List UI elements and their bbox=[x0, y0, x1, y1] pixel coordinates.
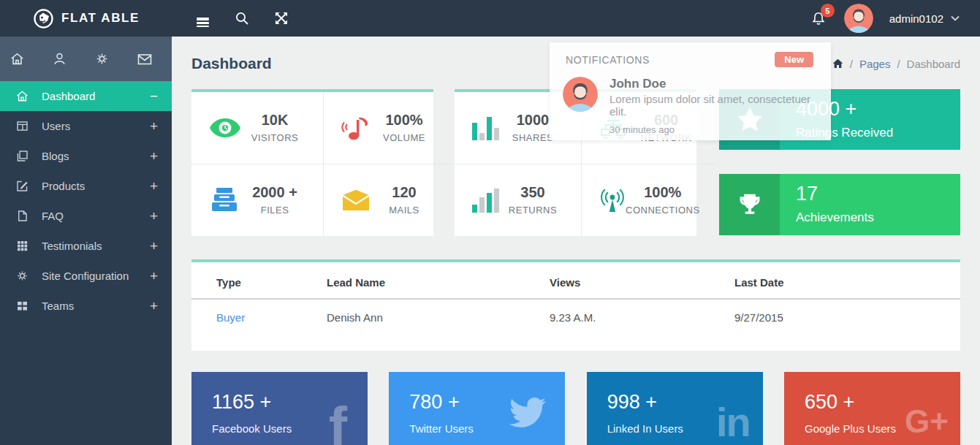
linkedin-users-card[interactable]: 998 + Linked In Users in bbox=[587, 372, 763, 445]
home-icon bbox=[10, 51, 25, 66]
edit-pencil-icon bbox=[15, 179, 29, 193]
home-shortcut-button[interactable] bbox=[10, 51, 25, 66]
eye-icon bbox=[209, 117, 241, 139]
sidebar-item-label: Testimonials bbox=[42, 240, 150, 252]
lead-type-link[interactable]: Buyer bbox=[216, 311, 245, 324]
social-cards-section: 1165 + Facebook Users f 780 + Twitter Us… bbox=[191, 372, 960, 445]
brand-name: FLAT ABLE bbox=[61, 11, 140, 26]
stat-label: VOLUME bbox=[371, 132, 438, 143]
top-navbar: FLAT ABLE 5 admin0102 bbox=[0, 0, 980, 37]
bar-chart-icon bbox=[472, 115, 499, 140]
breadcrumb-pages-link[interactable]: Pages bbox=[859, 58, 891, 70]
stat-tile-connections[interactable]: 100%CONNECTIONS bbox=[582, 164, 715, 237]
sidebar-item-blogs[interactable]: Blogs + bbox=[0, 141, 172, 171]
facebook-users-card[interactable]: 1165 + Facebook Users f bbox=[191, 372, 368, 445]
expand-indicator: + bbox=[150, 118, 158, 134]
twitter-users-card[interactable]: 780 + Twitter Users bbox=[389, 372, 565, 445]
stat-value: 100% bbox=[385, 112, 422, 128]
google-plus-icon: G+ bbox=[905, 406, 949, 438]
stat-value: 120 bbox=[392, 184, 416, 200]
chevron-down-icon bbox=[951, 15, 960, 21]
sidebar-item-dashboard[interactable]: Dashboard − bbox=[0, 81, 172, 111]
expand-indicator: + bbox=[150, 148, 158, 164]
bar-chart-icon bbox=[472, 188, 499, 213]
stat-tile-visitors[interactable]: 10KVISITORS bbox=[191, 92, 324, 164]
file-icon bbox=[15, 209, 29, 223]
table-header-row: Type Lead Name Views Last Date bbox=[191, 262, 960, 299]
sidebar-item-label: Site Configuration bbox=[42, 270, 150, 282]
window-icon bbox=[15, 119, 29, 133]
grid-icon bbox=[15, 239, 29, 253]
user-menu[interactable]: admin0102 bbox=[889, 12, 960, 25]
column-header-lead-name: Lead Name bbox=[327, 262, 550, 299]
user-avatar[interactable] bbox=[844, 4, 873, 33]
profile-shortcut-button[interactable] bbox=[52, 51, 67, 66]
sidebar-item-products[interactable]: Products + bbox=[0, 171, 172, 201]
achievements-card[interactable]: 17 Achievements bbox=[719, 174, 960, 235]
sidebar-item-site-configuration[interactable]: Site Configuration + bbox=[0, 261, 172, 291]
sidebar-item-teams[interactable]: Teams + bbox=[0, 291, 172, 321]
achievements-value: 17 bbox=[796, 183, 874, 205]
search-icon bbox=[235, 11, 249, 26]
brand-logo-icon bbox=[34, 9, 53, 28]
cell-views: 9.23 A.M. bbox=[550, 299, 734, 337]
stat-tile-mails[interactable]: 120MAILS bbox=[324, 164, 452, 237]
notification-text: John Doe Lorem ipsum dolor sit amet, con… bbox=[609, 77, 818, 135]
stat-value: 1000 bbox=[517, 112, 550, 128]
linkedin-icon: in bbox=[716, 402, 750, 443]
breadcrumb-separator: / bbox=[897, 58, 900, 70]
stat-label: VISITORS bbox=[241, 132, 308, 143]
google-plus-users-card[interactable]: 650 + Google Plus Users G+ bbox=[784, 372, 960, 445]
notification-list-item[interactable]: John Doe Lorem ipsum dolor sit amet, con… bbox=[550, 67, 831, 135]
sidebar-item-testimonials[interactable]: Testimonials + bbox=[0, 231, 172, 261]
brand[interactable]: FLAT ABLE bbox=[0, 9, 172, 28]
stat-tile-returns[interactable]: 350RETURNS bbox=[455, 164, 582, 237]
search-button[interactable] bbox=[232, 8, 252, 28]
expand-indicator: + bbox=[150, 268, 158, 284]
notification-count-badge: 5 bbox=[821, 4, 835, 18]
home-icon bbox=[15, 89, 29, 103]
trophy-icon bbox=[719, 174, 780, 235]
cell-last-date: 9/27/2015 bbox=[734, 299, 960, 337]
stat-label: RETURNS bbox=[499, 205, 566, 216]
notification-sender: John Doe bbox=[609, 77, 818, 91]
sidebar-item-faq[interactable]: FAQ + bbox=[0, 201, 172, 231]
stat-label: FILES bbox=[241, 205, 308, 216]
column-header-type: Type bbox=[191, 262, 327, 299]
notifications-popup-header: NOTIFICATIONS New bbox=[550, 42, 831, 67]
gear-icon bbox=[94, 51, 110, 66]
sidebar: Dashboard − Users + Blogs + Products + F… bbox=[0, 37, 172, 445]
notifications-button[interactable]: 5 bbox=[809, 9, 828, 28]
breadcrumb-home-icon[interactable] bbox=[832, 58, 843, 69]
sidebar-item-label: Users bbox=[42, 120, 150, 132]
fullscreen-button[interactable] bbox=[271, 8, 292, 28]
hamburger-icon bbox=[197, 18, 209, 19]
notifications-popup: NOTIFICATIONS New John Doe Lorem ipsum d… bbox=[550, 42, 831, 140]
table-row: Buyer Denish Ann 9.23 A.M. 9/27/2015 bbox=[191, 299, 960, 337]
messages-shortcut-button[interactable] bbox=[137, 52, 153, 66]
mail-icon bbox=[137, 52, 153, 66]
blocks-icon bbox=[15, 299, 29, 313]
stat-value: 350 bbox=[520, 184, 544, 200]
copy-pages-icon bbox=[15, 149, 29, 163]
menu-toggle-button[interactable] bbox=[192, 8, 213, 28]
leads-table-card: Type Lead Name Views Last Date Buyer Den… bbox=[191, 259, 960, 351]
page-title: Dashboard bbox=[191, 55, 272, 72]
stat-tile-volume[interactable]: 100%VOLUME bbox=[324, 92, 452, 164]
antenna-icon bbox=[599, 188, 626, 213]
stat-tile-files[interactable]: 2000 +FILES bbox=[191, 164, 324, 237]
sidebar-item-users[interactable]: Users + bbox=[0, 111, 172, 141]
settings-shortcut-button[interactable] bbox=[94, 51, 110, 66]
breadcrumb: / Pages / Dashboard bbox=[832, 58, 960, 70]
expand-icon bbox=[274, 11, 289, 26]
envelope-icon bbox=[341, 189, 371, 211]
stat-value: 100% bbox=[644, 184, 681, 200]
sidebar-quick-iconbar bbox=[0, 37, 172, 81]
facebook-icon: f bbox=[329, 399, 347, 445]
breadcrumb-separator: / bbox=[850, 58, 853, 70]
twitter-icon bbox=[505, 395, 550, 436]
sidebar-item-label: Products bbox=[42, 180, 150, 192]
notification-message: Lorem ipsum dolor sit amet, consectetuer… bbox=[609, 93, 818, 118]
stats-card-1: 10KVISITORS 100%VOLUME 2000 +FILES 120MA… bbox=[191, 89, 433, 236]
user-icon bbox=[52, 51, 67, 66]
